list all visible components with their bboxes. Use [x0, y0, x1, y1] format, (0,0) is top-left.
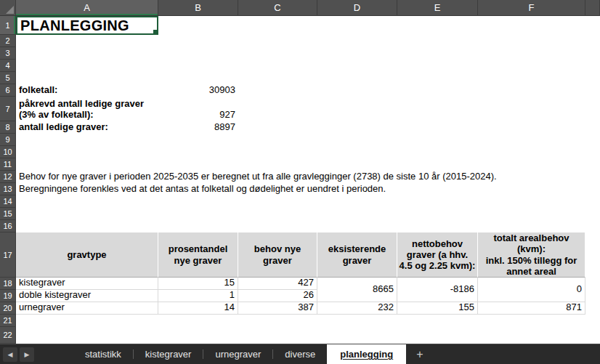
row-header-11[interactable]: 11: [0, 158, 16, 171]
cell-a12-note[interactable]: Behov for nye graver i perioden 2025-203…: [16, 171, 600, 183]
cell-b18-prosentandel[interactable]: 15: [158, 278, 238, 290]
sheet-tab-statistikk[interactable]: statistikk: [73, 344, 133, 364]
cell-b8-ledige-value[interactable]: 8897: [158, 121, 238, 134]
sheet-tabs: statistikk kistegraver urnegraver divers…: [73, 344, 434, 364]
sheet-grid: 1 2 3 4 5 6 7 8 9 10 11 12 13 14 15 16 1…: [0, 16, 600, 344]
sheet-tab-kistegraver[interactable]: kistegraver: [134, 344, 203, 364]
row-header-17[interactable]: 17: [0, 232, 16, 278]
cell-c18-behov[interactable]: 427: [238, 278, 317, 290]
tabs-scroll-left-button[interactable]: ◀: [3, 347, 17, 362]
cell-a20-urnegraver[interactable]: urnegraver: [16, 302, 158, 315]
table-header-nettobehov[interactable]: nettobehov graver (a hhv. 4.5 og 2.25 kv…: [397, 232, 478, 278]
row-header-18[interactable]: 18: [0, 278, 16, 290]
table-header-behov[interactable]: behov nye graver: [238, 232, 317, 278]
cell-a6-folketall-label[interactable]: folketall:: [16, 84, 158, 97]
row-header-8[interactable]: 8: [0, 121, 16, 134]
cell-d20-eksisterende[interactable]: 232: [317, 302, 397, 315]
select-all-corner[interactable]: [0, 0, 16, 16]
row-header-6[interactable]: 6: [0, 84, 16, 97]
row-header-13[interactable]: 13: [0, 183, 16, 195]
row-header-12[interactable]: 12: [0, 171, 16, 183]
cell-d18-merged-eksisterende[interactable]: 8665: [317, 278, 397, 302]
row-header-3[interactable]: 3: [0, 47, 16, 60]
table-header-gravtype[interactable]: gravtype: [16, 232, 158, 278]
column-header-b[interactable]: B: [158, 0, 238, 16]
sheet-tab-diverse[interactable]: diverse: [273, 344, 327, 364]
row-header-21[interactable]: 21: [0, 315, 16, 327]
add-sheet-button[interactable]: +: [406, 344, 433, 364]
row-header-7[interactable]: 7: [0, 97, 16, 121]
row-header-5[interactable]: 5: [0, 72, 16, 84]
row-header-1[interactable]: 1: [0, 16, 16, 35]
cell-e18-merged-nettobehov[interactable]: -8186: [397, 278, 478, 302]
table-header-prosentandel[interactable]: prosentandel nye graver: [158, 232, 238, 278]
column-header-a[interactable]: A: [16, 0, 158, 16]
row-header-2[interactable]: 2: [0, 35, 16, 47]
cell-a19-doble-kistegraver[interactable]: doble kistegraver: [16, 290, 158, 302]
row-header-19[interactable]: 19: [0, 290, 16, 302]
tabs-scroll-right-button[interactable]: ▶: [20, 347, 34, 362]
row-header-20[interactable]: 20: [0, 302, 16, 315]
cell-e20-nettobehov[interactable]: 155: [397, 302, 478, 315]
sheet-tab-urnegraver[interactable]: urnegraver: [203, 344, 272, 364]
row-header-10[interactable]: 10: [0, 146, 16, 158]
cell-f18-merged-areal[interactable]: 0: [478, 278, 585, 302]
sheet-tab-planlegging-active[interactable]: planlegging: [327, 344, 406, 364]
column-header-row: A B C D E F: [0, 0, 600, 16]
cell-a8-ledige-label[interactable]: antall ledige graver:: [16, 121, 158, 134]
table-header-arealbehov[interactable]: totalt arealbehov (kvm): inkl. 150% till…: [478, 232, 585, 278]
cell-a18-kistegraver[interactable]: kistegraver: [16, 278, 158, 290]
row-header-14[interactable]: 14: [0, 195, 16, 208]
column-header-c[interactable]: C: [238, 0, 317, 16]
cell-b20-prosentandel[interactable]: 14: [158, 302, 238, 315]
cell-a7-pakrevd-label[interactable]: påkrevd antall ledige graver (3% av folk…: [16, 97, 158, 121]
cell-b6-folketall-value[interactable]: 30903: [158, 84, 238, 97]
column-header-f[interactable]: F: [478, 0, 585, 16]
sheet-tab-bar: ◀ ▶ statistikk kistegraver urnegraver di…: [0, 344, 600, 364]
tab-nav-buttons: ◀ ▶: [0, 344, 37, 364]
cell-f20-areal[interactable]: 871: [478, 302, 585, 315]
row-header-15[interactable]: 15: [0, 208, 16, 220]
column-header-e[interactable]: E: [397, 0, 478, 16]
row-header-4[interactable]: 4: [0, 60, 16, 72]
cell-c20-behov[interactable]: 387: [238, 302, 317, 315]
cell-a13-note[interactable]: Beregningene forenkles ved at det antas …: [16, 183, 600, 195]
cell-b19-prosentandel[interactable]: 1: [158, 290, 238, 302]
spreadsheet-window: A B C D E F 1 2 3 4 5 6 7 8 9 10 11 12 1…: [0, 0, 600, 364]
row-header-9[interactable]: 9: [0, 134, 16, 146]
table-header-eksisterende[interactable]: eksisterende graver: [317, 232, 397, 278]
row-header-16[interactable]: 16: [0, 220, 16, 232]
cell-a1-title[interactable]: PLANLEGGING: [16, 16, 158, 35]
cell-b7-pakrevd-value[interactable]: 927: [158, 97, 238, 121]
row-header-22[interactable]: 22: [0, 327, 16, 344]
select-all-triangle-icon: [6, 6, 14, 14]
column-header-d[interactable]: D: [317, 0, 397, 16]
column-header-filler: [585, 0, 600, 16]
cell-c19-behov[interactable]: 26: [238, 290, 317, 302]
